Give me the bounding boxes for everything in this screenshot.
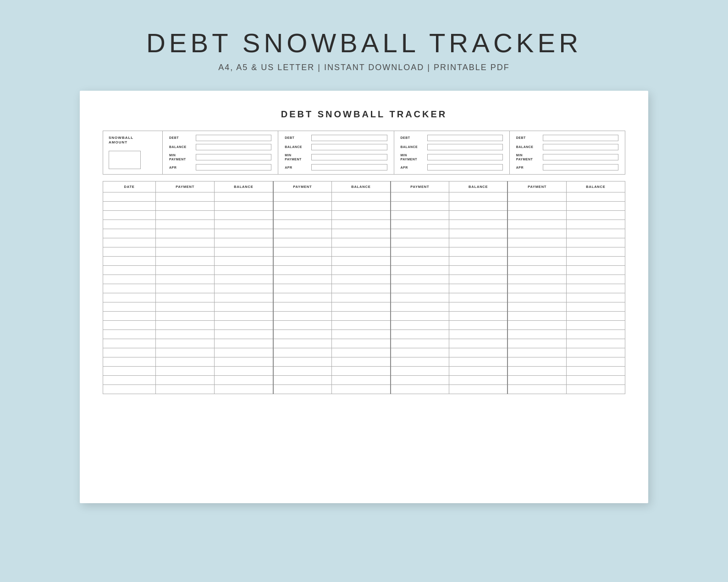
balance-cell-3[interactable] — [449, 211, 508, 220]
payment-cell-2[interactable] — [273, 385, 332, 394]
balance-cell-2[interactable] — [332, 302, 391, 312]
balance-cell-1[interactable] — [215, 257, 273, 266]
payment-cell-4[interactable] — [507, 275, 566, 284]
balance-cell-1[interactable] — [215, 284, 273, 293]
balance-cell-3[interactable] — [449, 275, 508, 284]
payment-cell-4[interactable] — [507, 247, 566, 257]
balance-cell-4[interactable] — [566, 202, 625, 211]
date-cell[interactable] — [103, 238, 156, 247]
balance-cell-1[interactable] — [215, 339, 273, 348]
payment-cell-1[interactable] — [156, 192, 215, 202]
balance-cell-4[interactable] — [566, 284, 625, 293]
balance-cell-4[interactable] — [566, 275, 625, 284]
payment-cell-4[interactable] — [507, 284, 566, 293]
balance-cell-4[interactable] — [566, 376, 625, 385]
balance-cell-2[interactable] — [332, 321, 391, 330]
payment-cell-1[interactable] — [156, 293, 215, 302]
balance-cell-1[interactable] — [215, 330, 273, 339]
payment-cell-2[interactable] — [273, 284, 332, 293]
balance-cell-4[interactable] — [566, 330, 625, 339]
payment-cell-4[interactable] — [507, 238, 566, 247]
apr-input-4[interactable] — [543, 164, 618, 170]
balance-cell-4[interactable] — [566, 293, 625, 302]
payment-cell-3[interactable] — [391, 275, 449, 284]
payment-cell-3[interactable] — [391, 357, 449, 367]
balance-cell-3[interactable] — [449, 238, 508, 247]
balance-cell-3[interactable] — [449, 357, 508, 367]
payment-cell-4[interactable] — [507, 192, 566, 202]
payment-cell-2[interactable] — [273, 192, 332, 202]
payment-cell-1[interactable] — [156, 220, 215, 229]
payment-cell-2[interactable] — [273, 202, 332, 211]
balance-input-2[interactable] — [311, 144, 387, 150]
balance-cell-1[interactable] — [215, 247, 273, 257]
balance-cell-3[interactable] — [449, 330, 508, 339]
payment-cell-1[interactable] — [156, 357, 215, 367]
balance-cell-3[interactable] — [449, 284, 508, 293]
payment-cell-3[interactable] — [391, 192, 449, 202]
payment-cell-1[interactable] — [156, 367, 215, 376]
date-cell[interactable] — [103, 367, 156, 376]
balance-cell-4[interactable] — [566, 238, 625, 247]
payment-cell-4[interactable] — [507, 211, 566, 220]
payment-cell-4[interactable] — [507, 348, 566, 357]
balance-cell-3[interactable] — [449, 247, 508, 257]
payment-cell-2[interactable] — [273, 211, 332, 220]
balance-cell-1[interactable] — [215, 321, 273, 330]
payment-cell-4[interactable] — [507, 220, 566, 229]
payment-cell-1[interactable] — [156, 229, 215, 238]
balance-cell-3[interactable] — [449, 376, 508, 385]
payment-cell-1[interactable] — [156, 348, 215, 357]
balance-cell-1[interactable] — [215, 302, 273, 312]
balance-cell-2[interactable] — [332, 202, 391, 211]
balance-cell-3[interactable] — [449, 192, 508, 202]
payment-cell-2[interactable] — [273, 330, 332, 339]
payment-cell-2[interactable] — [273, 376, 332, 385]
date-cell[interactable] — [103, 330, 156, 339]
balance-cell-3[interactable] — [449, 229, 508, 238]
payment-cell-4[interactable] — [507, 330, 566, 339]
balance-cell-2[interactable] — [332, 357, 391, 367]
debt-input-3[interactable] — [427, 135, 503, 141]
apr-input-1[interactable] — [196, 164, 271, 170]
payment-cell-1[interactable] — [156, 321, 215, 330]
balance-cell-2[interactable] — [332, 229, 391, 238]
payment-cell-3[interactable] — [391, 367, 449, 376]
date-cell[interactable] — [103, 357, 156, 367]
payment-cell-1[interactable] — [156, 312, 215, 321]
balance-cell-4[interactable] — [566, 266, 625, 275]
payment-cell-3[interactable] — [391, 266, 449, 275]
payment-cell-3[interactable] — [391, 284, 449, 293]
payment-cell-3[interactable] — [391, 321, 449, 330]
payment-cell-2[interactable] — [273, 257, 332, 266]
balance-cell-2[interactable] — [332, 266, 391, 275]
balance-cell-4[interactable] — [566, 321, 625, 330]
payment-cell-4[interactable] — [507, 357, 566, 367]
payment-cell-3[interactable] — [391, 330, 449, 339]
balance-cell-1[interactable] — [215, 385, 273, 394]
balance-cell-2[interactable] — [332, 312, 391, 321]
payment-cell-2[interactable] — [273, 220, 332, 229]
payment-cell-1[interactable] — [156, 385, 215, 394]
balance-cell-2[interactable] — [332, 339, 391, 348]
balance-cell-4[interactable] — [566, 339, 625, 348]
balance-cell-4[interactable] — [566, 312, 625, 321]
payment-cell-2[interactable] — [273, 367, 332, 376]
payment-cell-4[interactable] — [507, 202, 566, 211]
balance-cell-1[interactable] — [215, 348, 273, 357]
date-cell[interactable] — [103, 192, 156, 202]
balance-cell-2[interactable] — [332, 275, 391, 284]
date-cell[interactable] — [103, 257, 156, 266]
balance-cell-4[interactable] — [566, 211, 625, 220]
balance-input-1[interactable] — [196, 144, 271, 150]
payment-cell-3[interactable] — [391, 238, 449, 247]
balance-cell-4[interactable] — [566, 348, 625, 357]
balance-cell-2[interactable] — [332, 257, 391, 266]
payment-cell-2[interactable] — [273, 348, 332, 357]
payment-cell-3[interactable] — [391, 312, 449, 321]
payment-cell-4[interactable] — [507, 339, 566, 348]
payment-cell-1[interactable] — [156, 376, 215, 385]
payment-cell-3[interactable] — [391, 302, 449, 312]
balance-cell-1[interactable] — [215, 229, 273, 238]
payment-cell-1[interactable] — [156, 302, 215, 312]
